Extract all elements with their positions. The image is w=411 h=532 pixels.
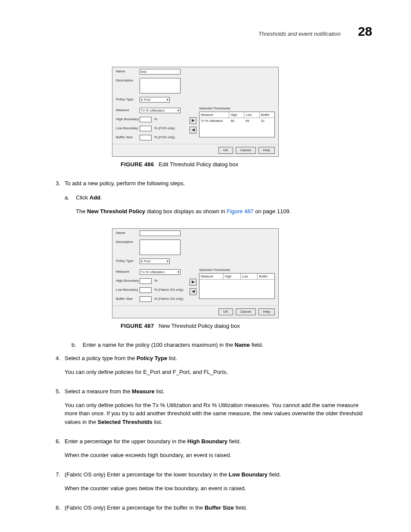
cancel-button[interactable]: Cancel (236, 147, 256, 154)
row-low: 60 (244, 118, 259, 124)
fig486-dialog: Name test Description Policy Type E Port… (112, 67, 279, 157)
s4-bold: Policy Type (137, 355, 167, 361)
ok-button[interactable]: OK (218, 147, 233, 154)
ok-button[interactable]: OK (218, 308, 233, 315)
step3-text: To add a new policy, perform the followi… (65, 180, 185, 187)
s7-pre: (Fabric OS only) Enter a percentage for … (65, 471, 229, 478)
step-number: 7. (47, 470, 65, 498)
high-unit: % (154, 278, 157, 283)
name-field[interactable] (140, 230, 181, 236)
policy-type-select[interactable]: E Port (140, 258, 170, 264)
s3a-sent-bold: New Threshold Policy (87, 208, 145, 215)
help-button[interactable]: Help (258, 308, 275, 315)
lowb-label: Low Boundary (116, 287, 140, 292)
step-number: 3. (47, 179, 65, 223)
substep-letter: a. (65, 193, 76, 221)
col-high: High (224, 274, 241, 279)
row-buffer: 10 (259, 118, 274, 124)
low-unit: % (Fabric OS only) (154, 287, 184, 292)
help-button[interactable]: Help (258, 147, 275, 154)
ptype-label: Policy Type (116, 258, 140, 264)
measure-select[interactable]: Tx % Utilization (140, 108, 181, 113)
s5-post: list. (155, 388, 165, 395)
s3b-pre: Enter a name for the policy (100 charact… (83, 342, 235, 348)
running-header: Thresholds and event notification 28 (47, 22, 372, 41)
s6-para: When the counter value exceeds high boun… (65, 451, 372, 460)
measure-label: Measure (116, 108, 140, 113)
s5-bold: Measure (132, 388, 155, 395)
row-high: 80 (229, 118, 244, 124)
s5-para-post: list. (153, 419, 162, 425)
measure-label: Measure (116, 269, 140, 274)
chapter-number: 28 (358, 22, 372, 41)
selected-header: Selected Thresholds (199, 268, 275, 273)
s4-para: You can only define policies for E_Port … (65, 368, 372, 376)
s3b-post: field. (250, 342, 263, 348)
lowb-field[interactable] (140, 126, 152, 131)
buf-unit: % (Fabric OS only) (154, 296, 184, 302)
buf-field[interactable] (140, 135, 152, 140)
s5-pre: Select a measure from the (65, 388, 132, 395)
s4-pre: Select a policy type from the (65, 355, 137, 361)
s3a-post: . (100, 194, 102, 201)
highb-label: High Boundary (116, 117, 140, 122)
col-measure: Measure (199, 112, 229, 118)
lowb-field[interactable] (140, 287, 152, 293)
s3b-bold: Name (235, 342, 250, 348)
fig486-caption: FIGURE 486 Edit Threshold Policy dialog … (121, 160, 372, 169)
s6-post: field. (227, 438, 241, 445)
selected-header: Selected Thresholds (199, 106, 275, 111)
col-low: Low (244, 112, 259, 118)
col-buffer: Buffer (260, 112, 274, 118)
s3a-sent-pre: The (76, 208, 87, 215)
buf-field[interactable] (140, 296, 152, 302)
selected-table: Measure High Low Buffer (199, 273, 275, 299)
add-arrow-icon[interactable]: ▶ (190, 117, 196, 124)
desc-field[interactable] (140, 240, 181, 255)
buf-label: Buffer Size (116, 135, 140, 140)
fig487-caption: FIGURE 487 New Threshold Policy dialog b… (121, 322, 372, 330)
highb-field[interactable] (140, 117, 152, 122)
s6-bold: High Boundary (187, 438, 227, 445)
add-arrow-icon[interactable]: ▶ (190, 279, 196, 286)
step-number: 4. (47, 354, 65, 381)
col-high: High (229, 112, 244, 118)
remove-arrow-icon[interactable]: ◀ (190, 127, 196, 134)
cancel-button[interactable]: Cancel (236, 308, 256, 315)
col-buffer: Buffer (258, 274, 274, 279)
step-number: 6. (47, 437, 65, 464)
buf-unit: % (FOS only) (154, 135, 175, 140)
name-label: Name (116, 69, 140, 74)
col-measure: Measure (199, 274, 224, 279)
name-label: Name (116, 230, 140, 236)
highb-field[interactable] (140, 278, 152, 284)
lowb-label: Low Boundary (116, 126, 140, 131)
buf-label: Buffer Size (116, 296, 140, 302)
ptype-label: Policy Type (116, 97, 140, 102)
remove-arrow-icon[interactable]: ◀ (190, 288, 196, 295)
selected-table: Measure High Low Buffer Tx % Utilization… (199, 112, 275, 137)
substep-letter: b. (72, 341, 83, 349)
desc-label: Description (116, 78, 140, 83)
measure-select[interactable]: Tx % Utilization (140, 269, 181, 275)
s7-bold: Low Boundary (229, 471, 268, 478)
s3a-pre: Click (76, 194, 90, 201)
figure-487-link[interactable]: Figure 487 (227, 208, 253, 215)
s5-para-bold: Selected Thresholds (98, 419, 153, 425)
row-measure: Tx % Utilization (199, 118, 229, 124)
fig487-text: New Threshold Policy dialog box (159, 323, 240, 329)
s3a-bold: Add (90, 194, 100, 201)
s4-post: list. (167, 355, 177, 361)
step-number: 8. (47, 504, 65, 512)
high-unit: % (154, 117, 157, 122)
s3a-sent-mid: dialog box displays as shown in (145, 208, 227, 215)
s7-post: field. (268, 471, 281, 478)
desc-label: Description (116, 240, 140, 245)
s7-para: When the counter value goes below the lo… (65, 484, 372, 493)
s8-bold: Buffer Size (205, 504, 234, 511)
desc-field[interactable] (140, 78, 181, 93)
s3a-sent-end: on page 1109. (254, 208, 291, 215)
policy-type-select[interactable]: E Port (140, 97, 170, 103)
highb-label: High Boundary (116, 278, 140, 283)
name-field[interactable]: test (140, 69, 181, 75)
